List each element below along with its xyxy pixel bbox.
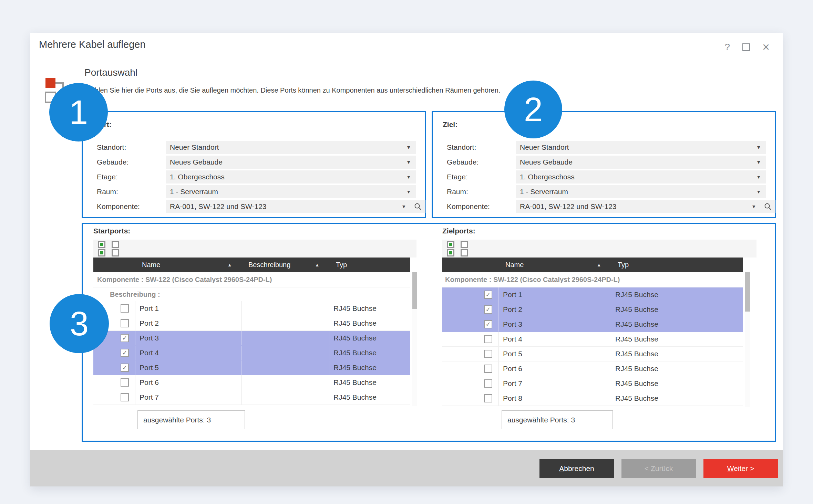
ziel-standort-dropdown[interactable]: Neuer Standort ▼ [516,141,766,154]
start-etage-dropdown[interactable]: 1. Obergeschoss ▼ [166,170,416,183]
dropdown-value: Neuer Standort [520,143,569,151]
ziel-gebaeude-dropdown[interactable]: Neues Gebäude ▼ [516,156,766,169]
table-row[interactable]: ✓ Port 2 RJ45 Buchse [442,302,743,317]
start-standort-dropdown[interactable]: Neuer Standort ▼ [166,141,416,154]
help-icon[interactable]: ? [724,42,730,53]
port-typ: RJ45 Buchse [611,287,743,302]
dropdown-value: 1 - Serverraum [170,188,218,196]
chevron-down-icon: ▼ [406,189,411,195]
column-header-name[interactable]: Name ▲ [498,258,611,272]
port-beschreibung [241,346,329,360]
standort-label: Standort: [97,143,166,151]
port-typ: RJ45 Buchse [329,375,410,390]
component-group-row: Komponente : SW-122 (Cisco Catalyst 2960… [442,272,743,287]
port-checkbox[interactable]: ✓ [484,305,492,314]
port-checkbox[interactable]: ✓ [121,364,129,372]
port-checkbox[interactable] [484,379,492,388]
ziel-etage-dropdown[interactable]: 1. Obergeschoss ▼ [516,170,766,183]
zurueck-button[interactable]: < Zurück [621,459,696,478]
port-name: Port 1 [498,287,611,302]
table-row[interactable]: Port 7 RJ45 Buchse [442,376,743,391]
port-checkbox[interactable]: ✓ [121,334,129,342]
deselect-all-ports-button[interactable] [461,241,468,256]
abbrechen-button[interactable]: Abbrechen [539,459,614,478]
component-group-row: Komponente : SW-122 (Cisco Catalyst 2960… [93,272,410,287]
port-checkbox[interactable] [121,378,129,387]
select-all-ports-icon [98,241,105,248]
ziel-raum-dropdown[interactable]: 1 - Serverraum ▼ [516,185,766,198]
table-row[interactable]: ✓ Port 4 RJ45 Buchse [93,346,410,360]
weiter-button[interactable]: Weiter > [703,459,778,478]
column-header-beschreibung[interactable]: Beschreibung ▲ [241,258,329,272]
scrollbar[interactable] [745,272,750,407]
deselect-all-ports-button[interactable] [112,241,119,256]
callout-3: 3 [50,294,109,353]
table-row[interactable]: Port 6 RJ45 Buchse [93,375,410,390]
table-row[interactable]: Port 5 RJ45 Buchse [442,347,743,361]
table-row[interactable]: ✓ Port 1 RJ45 Buchse [442,287,743,302]
zielports-selected-count: ausgewählte Ports: 3 [502,410,613,429]
maximize-icon[interactable] [742,43,750,51]
port-name: Port 4 [135,346,241,360]
search-icon[interactable] [414,202,422,211]
table-row[interactable]: Port 6 RJ45 Buchse [442,361,743,376]
table-row[interactable]: Port 8 RJ45 Buchse [442,391,743,406]
dropdown-value: Neues Gebäude [170,158,223,166]
beschreibung-group-row: Beschreibung : [93,287,410,301]
table-row[interactable]: ✓ Port 3 RJ45 Buchse [442,317,743,332]
ziel-panel-title: Ziel: [443,120,457,129]
select-all-ports-button[interactable] [98,241,105,256]
search-icon[interactable] [764,202,772,211]
chevron-down-icon: ▼ [756,145,761,150]
scrollbar-thumb[interactable] [412,272,417,309]
port-beschreibung [241,390,329,405]
port-checkbox[interactable] [484,350,492,358]
table-row[interactable]: ✓ Port 5 RJ45 Buchse [93,360,410,375]
port-beschreibung [241,360,329,375]
column-header-typ[interactable]: Typ [329,258,410,272]
zielports-title: Zielports: [442,227,475,235]
port-checkbox[interactable] [484,335,492,343]
callout-2: 2 [504,81,562,138]
dropdown-value: Neues Gebäude [520,158,573,166]
select-all-ports-button[interactable] [447,241,454,256]
column-header-typ[interactable]: Typ [611,258,743,272]
table-row[interactable]: Port 7 RJ45 Buchse [93,390,410,405]
table-row[interactable]: ✓ Port 3 RJ45 Buchse [93,331,410,346]
port-name: Port 2 [135,316,241,330]
scrollbar[interactable] [412,272,417,406]
start-komponente-dropdown[interactable]: RA-001, SW-122 und SW-123 ▼ [166,200,425,213]
port-checkbox[interactable]: ✓ [121,349,129,357]
port-checkbox[interactable] [121,319,129,327]
port-name: Port 6 [498,361,611,376]
etage-label: Etage: [97,173,166,181]
start-gebaeude-dropdown[interactable]: Neues Gebäude ▼ [166,156,416,169]
step-description: Wählen Sie hier die Ports aus, die Sie a… [84,86,500,94]
start-raum-dropdown[interactable]: 1 - Serverraum ▼ [166,185,416,198]
dropdown-value: RA-001, SW-122 und SW-123 [170,202,267,211]
zielports-table-header: Name ▲ Typ [442,258,743,272]
port-checkbox[interactable] [484,365,492,373]
port-checkbox[interactable] [121,393,129,401]
port-typ: RJ45 Buchse [329,390,410,405]
port-name: Port 8 [498,391,611,406]
dialog-title: Mehrere Kabel auflegen [39,39,146,50]
port-typ: RJ45 Buchse [329,301,410,316]
column-header-name[interactable]: Name ▲ [135,258,241,272]
port-checkbox[interactable] [121,304,129,313]
port-name: Port 7 [498,376,611,391]
deselect-all-ports-icon [461,241,468,248]
table-row[interactable]: Port 1 RJ45 Buchse [93,301,410,316]
select-all-ports-icon [447,241,454,248]
port-checkbox[interactable] [484,394,492,402]
table-row[interactable]: Port 4 RJ45 Buchse [442,332,743,347]
chevron-down-icon: ▼ [751,204,756,209]
table-row[interactable]: Port 2 RJ45 Buchse [93,316,410,331]
port-checkbox[interactable]: ✓ [484,320,492,328]
callout-1: 1 [49,83,108,141]
ziel-komponente-dropdown[interactable]: RA-001, SW-122 und SW-123 ▼ [516,200,775,213]
close-icon[interactable]: × [762,43,770,51]
port-checkbox[interactable]: ✓ [484,291,492,299]
scrollbar-thumb[interactable] [745,272,750,312]
dropdown-value: Neuer Standort [170,143,219,151]
